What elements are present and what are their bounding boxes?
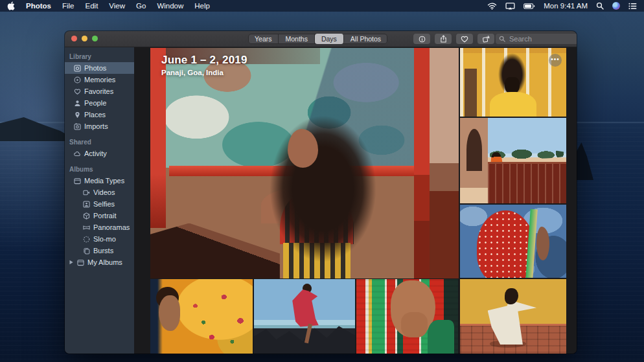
map-pin-icon — [74, 111, 81, 119]
siri-icon[interactable] — [612, 2, 620, 10]
person-icon — [74, 100, 81, 107]
more-options-button[interactable]: ••• — [549, 54, 562, 67]
sidebar-label: Panoramas — [93, 223, 130, 231]
menu-item-photos[interactable]: Photos — [26, 2, 51, 10]
day-header: June 1 – 2, 2019 Panaji, Goa, India — [161, 54, 247, 76]
album-icon — [74, 177, 81, 185]
spotlight-search-icon[interactable] — [596, 2, 604, 10]
tab-years[interactable]: Years — [248, 34, 279, 44]
window-controls — [71, 36, 98, 41]
cube-icon — [83, 212, 90, 220]
disclosure-triangle-icon[interactable] — [69, 260, 74, 265]
sidebar-item-people[interactable]: People — [65, 97, 134, 109]
tab-days[interactable]: Days — [315, 34, 344, 44]
menu-item-window[interactable]: Window — [157, 2, 183, 10]
sidebar-item-slo-mo[interactable]: Slo-mo — [65, 233, 134, 245]
ellipsis-icon: ••• — [551, 56, 560, 63]
video-camera-icon — [83, 189, 90, 196]
apple-menu-icon[interactable] — [7, 1, 15, 10]
photo-thumbnail[interactable]: ••• — [460, 48, 566, 117]
sidebar-item-media-types[interactable]: Media Types — [65, 175, 134, 187]
sidebar-label: Activity — [84, 150, 107, 157]
photo-hero[interactable]: June 1 – 2, 2019 Panaji, Goa, India — [150, 48, 459, 278]
rotate-button[interactable] — [477, 34, 494, 44]
favorite-button[interactable] — [456, 34, 473, 44]
location-subtitle: Panaji, Goa, India — [161, 69, 247, 76]
panorama-icon — [83, 224, 90, 231]
sidebar-item-memories[interactable]: Memories — [65, 74, 134, 85]
sidebar-label: Media Types — [84, 177, 124, 185]
sidebar-header-library: Library — [65, 52, 134, 62]
sidebar-item-places[interactable]: Places — [65, 109, 134, 120]
menu-item-view[interactable]: View — [109, 2, 125, 10]
sidebar-label: Favorites — [84, 87, 113, 95]
menu-item-file[interactable]: File — [62, 2, 75, 10]
sidebar-label: Selfies — [93, 200, 115, 208]
menu-clock[interactable]: Mon 9:41 AM — [544, 2, 588, 10]
sidebar-label: People — [84, 99, 106, 107]
slo-mo-icon — [83, 236, 90, 243]
toolbar-buttons — [413, 34, 494, 44]
search-input[interactable] — [508, 34, 569, 43]
sidebar-item-photos[interactable]: Photos — [65, 62, 134, 74]
screen-mirroring-icon[interactable] — [505, 3, 515, 10]
sidebar-header-albums: Albums — [65, 164, 134, 175]
tab-months[interactable]: Months — [279, 34, 314, 44]
notification-center-icon[interactable] — [628, 3, 637, 10]
sidebar-label: Slo-mo — [93, 235, 116, 243]
sidebar-item-activity[interactable]: Activity — [65, 148, 134, 159]
heart-icon — [74, 88, 81, 95]
close-button[interactable] — [71, 36, 77, 41]
menu-item-help[interactable]: Help — [194, 2, 210, 10]
sidebar: Library Photos Memories Favorites People… — [65, 47, 134, 354]
sidebar-item-bursts[interactable]: Bursts — [65, 245, 134, 256]
sidebar-label: Bursts — [93, 247, 113, 255]
sidebar-label: Videos — [93, 188, 115, 196]
wifi-icon[interactable] — [487, 3, 497, 10]
sidebar-label: My Albums — [87, 258, 122, 266]
sidebar-item-favorites[interactable]: Favorites — [65, 85, 134, 97]
photo-thumbnail[interactable] — [150, 279, 253, 354]
photo-grid: June 1 – 2, 2019 Panaji, Goa, India ••• — [134, 47, 577, 354]
menu-item-go[interactable]: Go — [136, 2, 146, 10]
cloud-icon — [74, 150, 81, 157]
battery-icon[interactable] — [523, 3, 535, 9]
photo-thumbnail[interactable] — [356, 279, 458, 354]
sidebar-item-videos[interactable]: Videos — [65, 187, 134, 198]
sidebar-label: Memories — [84, 76, 115, 84]
date-range-title: June 1 – 2, 2019 — [161, 54, 247, 67]
sidebar-label: Portrait — [93, 212, 116, 220]
sidebar-item-panoramas[interactable]: Panoramas — [65, 221, 134, 233]
minimize-button[interactable] — [82, 36, 87, 41]
memories-icon — [74, 76, 81, 84]
sidebar-label: Photos — [84, 64, 106, 72]
view-segmented-control: Years Months Days All Photos — [248, 34, 387, 44]
window-titlebar[interactable]: Years Months Days All Photos — [65, 31, 577, 47]
imports-icon — [74, 123, 81, 130]
share-button[interactable] — [435, 34, 452, 44]
photo-thumbnail[interactable] — [460, 279, 566, 354]
search-icon — [499, 36, 505, 42]
sidebar-item-portrait[interactable]: Portrait — [65, 210, 134, 221]
photo-thumbnail[interactable] — [460, 205, 566, 278]
bursts-icon — [83, 247, 90, 255]
album-icon — [77, 259, 84, 266]
menu-bar: Photos File Edit View Go Window Help Mon… — [0, 0, 644, 12]
sidebar-item-selfies[interactable]: Selfies — [65, 198, 134, 210]
selfie-icon — [83, 201, 90, 208]
photo-thumbnail[interactable] — [254, 279, 355, 354]
sidebar-label: Imports — [84, 122, 108, 130]
sidebar-item-imports[interactable]: Imports — [65, 120, 134, 132]
menu-item-edit[interactable]: Edit — [86, 2, 98, 10]
sidebar-label: Places — [84, 111, 106, 119]
tab-all-photos[interactable]: All Photos — [344, 34, 387, 44]
sidebar-header-shared: Shared — [65, 137, 134, 148]
zoom-button[interactable] — [92, 36, 98, 41]
search-field[interactable] — [496, 34, 577, 44]
photos-app-window: Years Months Days All Photos — [65, 31, 577, 354]
photo-thumbnail[interactable] — [460, 118, 566, 203]
photos-icon — [74, 65, 81, 72]
sidebar-item-my-albums[interactable]: My Albums — [65, 256, 134, 268]
info-button[interactable] — [413, 34, 430, 44]
